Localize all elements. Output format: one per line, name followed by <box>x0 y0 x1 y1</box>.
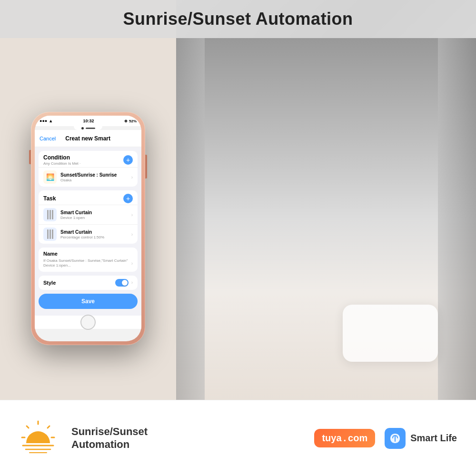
home-button[interactable] <box>80 315 96 330</box>
task-item-2-title: Smart Curtain <box>60 229 128 235</box>
name-section: Name If Osaka Sunset/Sunrise : Sunrise,"… <box>39 248 138 272</box>
style-right: › <box>115 279 133 287</box>
sunrise-svg-icon <box>19 419 57 457</box>
signal-icon: ●●● <box>40 119 47 123</box>
curtain-left <box>176 38 205 400</box>
name-label: Name <box>43 251 133 257</box>
task-title-group: Task <box>43 195 56 202</box>
cancel-button[interactable]: Cancel <box>40 136 56 141</box>
wifi-icon: ▲ <box>49 119 53 123</box>
task-header: Task + <box>39 190 138 205</box>
tuya-dot: . <box>344 433 347 444</box>
name-row[interactable]: If Osaka Sunset/Sunrise : Sunrise,"Smart… <box>43 258 133 268</box>
notch-area <box>74 126 102 130</box>
task-item-2-subtitle: Percentage control 1:50% <box>60 235 128 239</box>
add-task-button[interactable]: + <box>123 194 133 203</box>
task-item-1[interactable]: Smart Curtain Device 1:open › <box>39 205 138 224</box>
phone-mockup: ●●● ▲ 10:32 ⊛ 52% <box>31 112 145 345</box>
save-button[interactable]: Save <box>39 294 138 309</box>
smartlife-svg <box>388 432 402 445</box>
condition-chevron-icon: › <box>131 175 133 180</box>
task-title: Task <box>43 195 56 202</box>
condition-subtitle: Any Condition Is Met · <box>43 161 80 166</box>
condition-item-location: Osaka <box>60 178 128 182</box>
condition-title: Condition <box>43 154 80 161</box>
home-indicator <box>35 316 141 329</box>
left-panel: ●●● ▲ 10:32 ⊛ 52% <box>0 0 176 400</box>
camera-icon <box>81 127 84 129</box>
status-left: ●●● ▲ <box>40 119 53 123</box>
bottom-section: Sunrise/Sunset Automation tuya . com Sma… <box>0 400 476 476</box>
task-item-1-text: Smart Curtain Device 1:open <box>60 210 128 220</box>
status-bar: ●●● ▲ 10:32 ⊛ 52% <box>35 116 141 126</box>
top-section: Sunrise/Sunset Automation ●●● ▲ 10:32 ⊛ <box>0 0 476 400</box>
speaker-icon <box>86 128 95 129</box>
bottom-text-line1: Sunrise/Sunset <box>71 426 148 438</box>
condition-card: Condition Any Condition Is Met · + 🌅 Sun… <box>39 151 138 187</box>
smartlife-logo: Smart Life <box>385 428 457 449</box>
svg-line-1 <box>48 426 50 428</box>
name-value: If Osaka Sunset/Sunrise : Sunrise,"Smart… <box>43 258 131 268</box>
style-toggle[interactable] <box>115 279 129 287</box>
smartlife-text: Smart Life <box>410 433 457 444</box>
tuya-logo: tuya . com <box>314 429 375 447</box>
task-item-2-text: Smart Curtain Percentage control 1:50% <box>60 229 128 239</box>
svg-line-3 <box>27 426 29 428</box>
sunrise-icon-wrapper <box>19 419 57 457</box>
screen-content: Condition Any Condition Is Met · + 🌅 Sun… <box>35 147 141 316</box>
curtain-right <box>438 38 476 400</box>
battery-level: 52% <box>129 119 137 123</box>
status-right: ⊛ 52% <box>124 119 137 123</box>
bottom-text-line2: Automation <box>71 438 148 451</box>
condition-item[interactable]: 🌅 Sunset/Sunrise : Sunrise Osaka › <box>39 167 138 187</box>
curtain-icon-2 <box>43 228 57 241</box>
condition-title-group: Condition Any Condition Is Met · <box>43 154 80 166</box>
nav-title: Creat new Smart <box>65 135 110 142</box>
curtain-icon-1 <box>43 208 57 221</box>
right-panel <box>176 0 476 400</box>
condition-item-title: Sunset/Sunrise : Sunrise <box>60 172 128 178</box>
task-2-chevron-icon: › <box>131 232 133 237</box>
task-1-chevron-icon: › <box>131 212 133 218</box>
style-label: Style <box>43 280 56 286</box>
tuya-text: tuya <box>322 433 341 444</box>
bottom-text: Sunrise/Sunset Automation <box>71 426 148 451</box>
name-chevron-icon: › <box>131 261 133 266</box>
task-item-1-title: Smart Curtain <box>60 210 128 215</box>
title-bar: Sunrise/Sunset Automation <box>0 0 476 38</box>
task-item-2[interactable]: Smart Curtain Percentage control 1:50% › <box>39 224 138 244</box>
bedroom-background <box>176 38 476 400</box>
pillow-decoration <box>343 305 438 362</box>
tuya-com: com <box>348 433 367 444</box>
task-item-1-subtitle: Device 1:open <box>60 216 128 220</box>
task-card: Task + <box>39 190 138 244</box>
phone-outer: ●●● ▲ 10:32 ⊛ 52% <box>31 112 145 345</box>
add-condition-button[interactable]: + <box>123 155 133 165</box>
time-display: 10:32 <box>83 119 94 123</box>
logos-section: tuya . com Smart Life <box>314 428 457 449</box>
phone-screen: ●●● ▲ 10:32 ⊛ 52% <box>35 116 141 341</box>
condition-item-text: Sunset/Sunrise : Sunrise Osaka <box>60 172 128 182</box>
battery-icon: ⊛ <box>124 119 128 123</box>
style-section: Style › <box>39 276 138 290</box>
sunrise-condition-icon: 🌅 <box>43 170 57 184</box>
smartlife-icon <box>385 428 406 449</box>
condition-header: Condition Any Condition Is Met · + <box>39 151 138 167</box>
style-chevron-icon: › <box>131 280 133 285</box>
nav-bar: Cancel Creat new Smart <box>35 130 141 147</box>
page-title: Sunrise/Sunset Automation <box>123 9 353 29</box>
